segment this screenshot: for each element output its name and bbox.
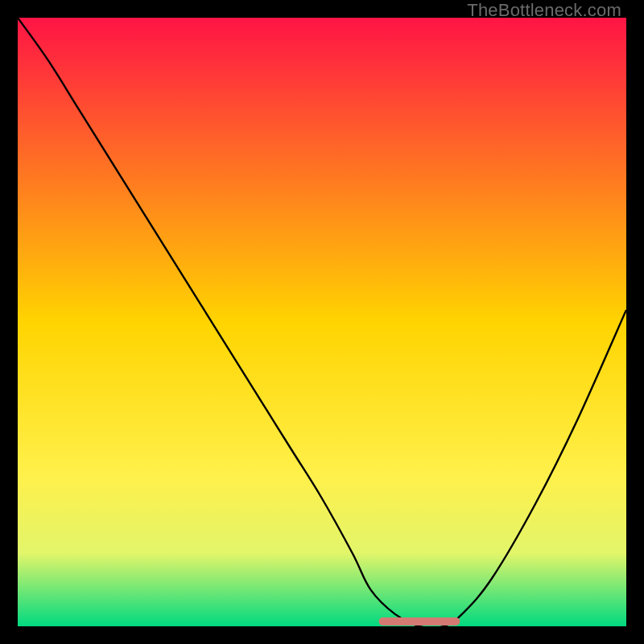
chart-frame: TheBottleneck.com bbox=[0, 0, 644, 644]
gradient-background bbox=[18, 18, 626, 626]
chart-svg bbox=[18, 18, 626, 626]
plot-area bbox=[18, 18, 626, 626]
